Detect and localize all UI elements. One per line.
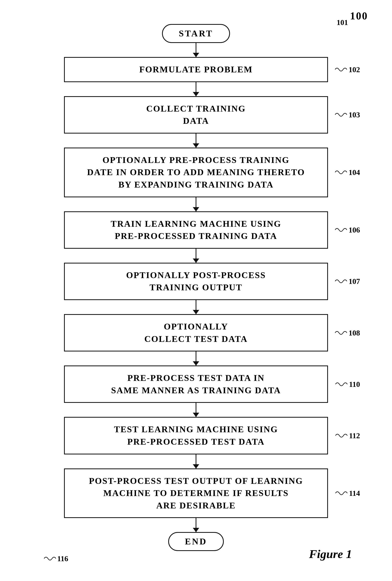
row-106: TRAIN LEARNING MACHINE USINGPRE-PROCESSE… bbox=[0, 211, 392, 249]
arrow-9 bbox=[196, 455, 196, 469]
box-104: OPTIONALLY PRE-PROCESS TRAININGDATE IN O… bbox=[64, 147, 328, 197]
callout-102: 102 bbox=[335, 65, 360, 74]
arrow-6 bbox=[196, 300, 196, 314]
arrow-1 bbox=[196, 43, 196, 57]
box-106: TRAIN LEARNING MACHINE USINGPRE-PROCESSE… bbox=[64, 211, 328, 249]
ref-label-107: 107 bbox=[348, 277, 360, 286]
ref-label-108: 108 bbox=[348, 329, 360, 337]
box-112: TEST LEARNING MACHINE USINGPRE-PROCESSED… bbox=[64, 417, 328, 454]
ref-101: 101 bbox=[336, 18, 348, 27]
page: 100 START 101 FORMULATE PROBLEM 102 COLL… bbox=[0, 0, 392, 581]
squiggle-112 bbox=[336, 432, 348, 440]
callout-108: 108 bbox=[335, 329, 360, 337]
callout-107: 107 bbox=[335, 277, 360, 286]
squiggle-114 bbox=[336, 489, 348, 497]
arrow-7 bbox=[196, 352, 196, 366]
row-108: OPTIONALLYCOLLECT TEST DATA 108 bbox=[0, 314, 392, 352]
callout-103: 103 bbox=[335, 110, 360, 119]
arrow-3 bbox=[196, 133, 196, 147]
callout-114: 114 bbox=[336, 489, 360, 498]
squiggle-106 bbox=[335, 226, 347, 234]
row-104: OPTIONALLY PRE-PROCESS TRAININGDATE IN O… bbox=[0, 147, 392, 197]
flowchart: START 101 FORMULATE PROBLEM 102 COLLECT … bbox=[0, 12, 392, 555]
arrow-10 bbox=[196, 518, 196, 532]
end-node: END bbox=[168, 532, 224, 551]
squiggle-102 bbox=[335, 65, 347, 73]
ref-label-116: 116 bbox=[57, 554, 68, 563]
figure-caption: Figure 1 bbox=[309, 547, 352, 561]
ref-label-102: 102 bbox=[348, 65, 360, 74]
squiggle-108 bbox=[335, 329, 347, 337]
squiggle-107 bbox=[335, 277, 347, 285]
box-110: PRE-PROCESS TEST DATA INSAME MANNER AS T… bbox=[64, 366, 328, 403]
row-103: COLLECT TRAININGDATA 103 bbox=[0, 96, 392, 133]
squiggle-103 bbox=[335, 111, 347, 119]
box-103: COLLECT TRAININGDATA bbox=[64, 96, 328, 133]
start-node: START bbox=[162, 24, 230, 43]
squiggle-116 bbox=[44, 555, 56, 563]
arrow-8 bbox=[196, 403, 196, 417]
ref-label-104: 104 bbox=[348, 168, 360, 177]
callout-110: 110 bbox=[336, 380, 360, 389]
callout-104: 104 bbox=[335, 168, 360, 177]
row-110: PRE-PROCESS TEST DATA INSAME MANNER AS T… bbox=[0, 366, 392, 403]
arrow-4 bbox=[196, 197, 196, 211]
box-114: POST-PROCESS TEST OUTPUT OF LEARNINGMACH… bbox=[64, 469, 328, 518]
arrow-2 bbox=[196, 82, 196, 96]
row-102: FORMULATE PROBLEM 102 bbox=[0, 57, 392, 82]
arrow-5 bbox=[196, 249, 196, 263]
box-108: OPTIONALLYCOLLECT TEST DATA bbox=[64, 314, 328, 352]
start-row: START 101 bbox=[0, 24, 392, 43]
callout-106: 106 bbox=[335, 225, 360, 234]
row-107: OPTIONALLY POST-PROCESSTRAINING OUTPUT 1… bbox=[0, 263, 392, 300]
squiggle-104 bbox=[335, 168, 347, 176]
squiggle-110 bbox=[336, 380, 348, 388]
box-107: OPTIONALLY POST-PROCESSTRAINING OUTPUT bbox=[64, 263, 328, 300]
row-114: POST-PROCESS TEST OUTPUT OF LEARNINGMACH… bbox=[0, 469, 392, 518]
callout-112: 112 bbox=[336, 431, 360, 440]
row-112: TEST LEARNING MACHINE USINGPRE-PROCESSED… bbox=[0, 417, 392, 454]
box-102: FORMULATE PROBLEM bbox=[64, 57, 328, 82]
ref-label-106: 106 bbox=[348, 225, 360, 234]
callout-116: 116 bbox=[44, 554, 68, 563]
ref-label-112: 112 bbox=[349, 431, 360, 440]
ref-label-114: 114 bbox=[349, 489, 360, 498]
ref-label-103: 103 bbox=[348, 110, 360, 119]
ref-label-110: 110 bbox=[349, 380, 360, 389]
